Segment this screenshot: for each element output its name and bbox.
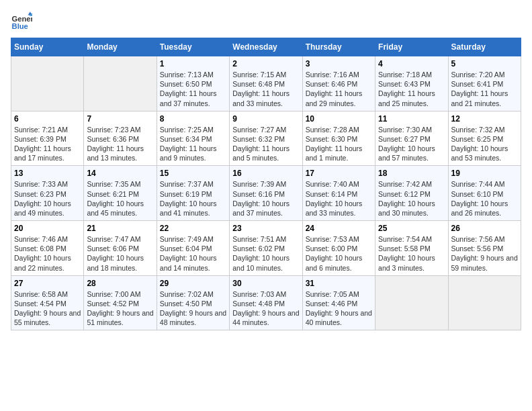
week-row-4: 20Sunrise: 7:46 AM Sunset: 6:08 PM Dayli… <box>11 221 521 276</box>
day-number: 29 <box>160 279 226 288</box>
day-number: 1 <box>160 59 226 68</box>
day-info: Sunrise: 7:18 AM Sunset: 6:43 PM Dayligh… <box>378 70 445 108</box>
day-cell: 1Sunrise: 7:13 AM Sunset: 6:50 PM Daylig… <box>157 56 229 111</box>
day-number: 10 <box>306 114 372 124</box>
week-row-2: 6Sunrise: 7:21 AM Sunset: 6:39 PM Daylig… <box>11 111 521 166</box>
day-info: Sunrise: 7:00 AM Sunset: 4:52 PM Dayligh… <box>87 289 153 328</box>
day-cell: 18Sunrise: 7:42 AM Sunset: 6:12 PM Dayli… <box>375 166 448 221</box>
day-info: Sunrise: 7:51 AM Sunset: 6:02 PM Dayligh… <box>232 234 299 273</box>
day-cell <box>11 56 84 111</box>
day-info: Sunrise: 7:47 AM Sunset: 6:06 PM Dayligh… <box>87 234 153 273</box>
day-number: 15 <box>160 169 226 178</box>
day-cell: 25Sunrise: 7:54 AM Sunset: 5:58 PM Dayli… <box>375 221 448 276</box>
day-info: Sunrise: 7:49 AM Sunset: 6:04 PM Dayligh… <box>160 234 226 273</box>
day-cell: 12Sunrise: 7:32 AM Sunset: 6:25 PM Dayli… <box>448 111 521 166</box>
day-info: Sunrise: 7:40 AM Sunset: 6:14 PM Dayligh… <box>306 179 372 218</box>
day-cell: 29Sunrise: 7:02 AM Sunset: 4:50 PM Dayli… <box>157 275 229 330</box>
day-number: 27 <box>14 279 81 288</box>
day-number: 8 <box>160 114 226 124</box>
day-cell: 3Sunrise: 7:16 AM Sunset: 6:46 PM Daylig… <box>302 56 375 111</box>
day-cell: 20Sunrise: 7:46 AM Sunset: 6:08 PM Dayli… <box>11 221 84 276</box>
day-cell: 30Sunrise: 7:03 AM Sunset: 4:48 PM Dayli… <box>230 275 302 330</box>
day-info: Sunrise: 7:25 AM Sunset: 6:34 PM Dayligh… <box>160 125 226 163</box>
day-info: Sunrise: 7:39 AM Sunset: 6:16 PM Dayligh… <box>232 179 299 218</box>
day-info: Sunrise: 7:21 AM Sunset: 6:39 PM Dayligh… <box>14 125 81 163</box>
day-info: Sunrise: 7:53 AM Sunset: 6:00 PM Dayligh… <box>306 234 372 273</box>
logo-icon: General Blue <box>11 11 32 32</box>
svg-text:Blue: Blue <box>12 22 28 30</box>
calendar-table: SundayMondayTuesdayWednesdayThursdayFrid… <box>11 38 521 330</box>
day-cell: 19Sunrise: 7:44 AM Sunset: 6:10 PM Dayli… <box>448 166 521 221</box>
day-info: Sunrise: 7:28 AM Sunset: 6:30 PM Dayligh… <box>306 125 372 163</box>
day-info: Sunrise: 7:37 AM Sunset: 6:19 PM Dayligh… <box>160 179 226 218</box>
day-number: 6 <box>14 114 81 124</box>
day-cell: 28Sunrise: 7:00 AM Sunset: 4:52 PM Dayli… <box>84 275 157 330</box>
day-cell: 16Sunrise: 7:39 AM Sunset: 6:16 PM Dayli… <box>230 166 302 221</box>
weekday-header-sunday: Sunday <box>11 38 84 56</box>
day-cell: 13Sunrise: 7:33 AM Sunset: 6:23 PM Dayli… <box>11 166 84 221</box>
weekday-header-thursday: Thursday <box>302 38 375 56</box>
day-cell <box>375 275 448 330</box>
day-number: 11 <box>378 114 445 124</box>
page-header: General Blue <box>11 11 521 32</box>
day-cell: 27Sunrise: 6:58 AM Sunset: 4:54 PM Dayli… <box>11 275 84 330</box>
day-info: Sunrise: 7:46 AM Sunset: 6:08 PM Dayligh… <box>14 234 81 273</box>
day-number: 12 <box>451 114 518 124</box>
day-info: Sunrise: 7:02 AM Sunset: 4:50 PM Dayligh… <box>160 289 226 328</box>
day-info: Sunrise: 7:42 AM Sunset: 6:12 PM Dayligh… <box>378 179 445 218</box>
weekday-header-tuesday: Tuesday <box>157 38 229 56</box>
day-number: 16 <box>232 169 299 178</box>
day-cell: 10Sunrise: 7:28 AM Sunset: 6:30 PM Dayli… <box>302 111 375 166</box>
day-cell: 22Sunrise: 7:49 AM Sunset: 6:04 PM Dayli… <box>157 221 229 276</box>
day-cell: 11Sunrise: 7:30 AM Sunset: 6:27 PM Dayli… <box>375 111 448 166</box>
week-row-1: 1Sunrise: 7:13 AM Sunset: 6:50 PM Daylig… <box>11 56 521 111</box>
day-cell: 21Sunrise: 7:47 AM Sunset: 6:06 PM Dayli… <box>84 221 157 276</box>
day-cell: 17Sunrise: 7:40 AM Sunset: 6:14 PM Dayli… <box>302 166 375 221</box>
day-number: 26 <box>451 224 518 233</box>
week-row-5: 27Sunrise: 6:58 AM Sunset: 4:54 PM Dayli… <box>11 275 521 330</box>
day-number: 2 <box>232 59 299 68</box>
day-info: Sunrise: 7:33 AM Sunset: 6:23 PM Dayligh… <box>14 179 81 218</box>
day-info: Sunrise: 7:32 AM Sunset: 6:25 PM Dayligh… <box>451 125 518 163</box>
day-number: 30 <box>232 279 299 288</box>
day-cell: 15Sunrise: 7:37 AM Sunset: 6:19 PM Dayli… <box>157 166 229 221</box>
day-cell: 31Sunrise: 7:05 AM Sunset: 4:46 PM Dayli… <box>302 275 375 330</box>
day-info: Sunrise: 7:23 AM Sunset: 6:36 PM Dayligh… <box>87 125 153 163</box>
day-info: Sunrise: 7:03 AM Sunset: 4:48 PM Dayligh… <box>232 289 299 328</box>
day-number: 24 <box>306 224 372 233</box>
day-info: Sunrise: 7:05 AM Sunset: 4:46 PM Dayligh… <box>306 289 372 328</box>
day-number: 9 <box>232 114 299 124</box>
day-number: 4 <box>378 59 445 68</box>
day-cell: 7Sunrise: 7:23 AM Sunset: 6:36 PM Daylig… <box>84 111 157 166</box>
day-info: Sunrise: 7:15 AM Sunset: 6:48 PM Dayligh… <box>232 70 299 108</box>
day-info: Sunrise: 7:13 AM Sunset: 6:50 PM Dayligh… <box>160 70 226 108</box>
day-number: 31 <box>306 279 372 288</box>
week-row-3: 13Sunrise: 7:33 AM Sunset: 6:23 PM Dayli… <box>11 166 521 221</box>
day-cell: 14Sunrise: 7:35 AM Sunset: 6:21 PM Dayli… <box>84 166 157 221</box>
day-cell: 9Sunrise: 7:27 AM Sunset: 6:32 PM Daylig… <box>230 111 302 166</box>
day-info: Sunrise: 6:58 AM Sunset: 4:54 PM Dayligh… <box>14 289 81 328</box>
day-cell <box>448 275 521 330</box>
day-number: 22 <box>160 224 226 233</box>
day-info: Sunrise: 7:20 AM Sunset: 6:41 PM Dayligh… <box>451 70 518 108</box>
day-cell: 5Sunrise: 7:20 AM Sunset: 6:41 PM Daylig… <box>448 56 521 111</box>
day-info: Sunrise: 7:44 AM Sunset: 6:10 PM Dayligh… <box>451 179 518 218</box>
day-number: 25 <box>378 224 445 233</box>
day-number: 7 <box>87 114 153 124</box>
day-info: Sunrise: 7:35 AM Sunset: 6:21 PM Dayligh… <box>87 179 153 218</box>
day-number: 14 <box>87 169 153 178</box>
day-cell: 2Sunrise: 7:15 AM Sunset: 6:48 PM Daylig… <box>230 56 302 111</box>
logo: General Blue <box>11 11 35 32</box>
weekday-header-wednesday: Wednesday <box>230 38 302 56</box>
day-number: 20 <box>14 224 81 233</box>
day-number: 18 <box>378 169 445 178</box>
day-cell: 24Sunrise: 7:53 AM Sunset: 6:00 PM Dayli… <box>302 221 375 276</box>
day-cell <box>84 56 157 111</box>
day-number: 21 <box>87 224 153 233</box>
day-info: Sunrise: 7:30 AM Sunset: 6:27 PM Dayligh… <box>378 125 445 163</box>
day-info: Sunrise: 7:56 AM Sunset: 5:56 PM Dayligh… <box>451 234 518 273</box>
day-cell: 23Sunrise: 7:51 AM Sunset: 6:02 PM Dayli… <box>230 221 302 276</box>
day-number: 28 <box>87 279 153 288</box>
day-cell: 8Sunrise: 7:25 AM Sunset: 6:34 PM Daylig… <box>157 111 229 166</box>
weekday-header-friday: Friday <box>375 38 448 56</box>
